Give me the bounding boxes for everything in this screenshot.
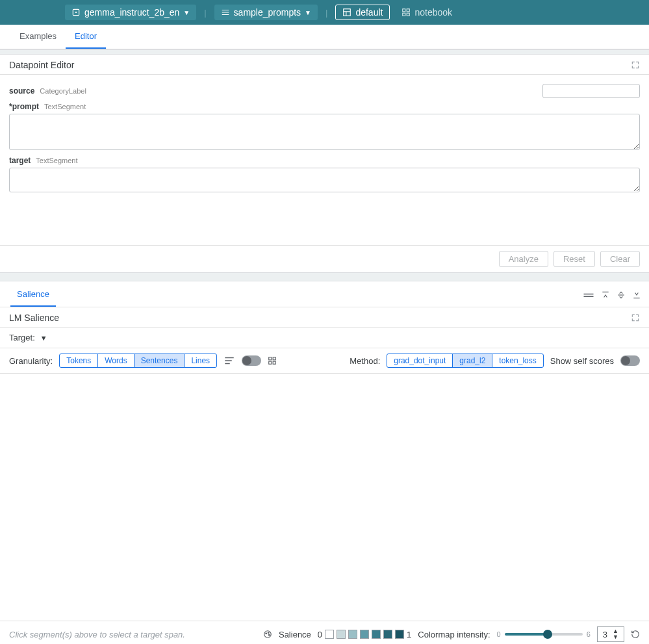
topbar: gemma_instruct_2b_en ▼ | sample_prompts … bbox=[0, 0, 649, 25]
density-toggle[interactable] bbox=[242, 355, 261, 366]
field-source-label: source bbox=[9, 86, 34, 96]
field-source-row: source CategoryLabel bbox=[9, 84, 640, 98]
method-label: Method: bbox=[350, 356, 380, 366]
granularity-lines[interactable]: Lines bbox=[184, 354, 217, 368]
hint-text: Click segment(s) above to select a targe… bbox=[9, 630, 185, 639]
datapoint-editor-footer: Analyze Reset Clear bbox=[0, 245, 649, 272]
svg-rect-18 bbox=[273, 357, 275, 360]
datapoint-editor-header: Datapoint Editor bbox=[0, 55, 649, 75]
self-scores-label: Show self scores bbox=[550, 356, 614, 366]
salience-tabrow: Salience bbox=[0, 281, 649, 307]
chip-icon bbox=[71, 8, 81, 17]
slider-max: 6 bbox=[587, 630, 591, 638]
model-select[interactable]: gemma_instruct_2b_en ▼ bbox=[65, 5, 196, 20]
analyze-button[interactable]: Analyze bbox=[499, 251, 548, 267]
reset-icon[interactable] bbox=[631, 630, 640, 639]
slider-min: 0 bbox=[497, 630, 501, 638]
colormap-slider[interactable] bbox=[505, 633, 583, 636]
dataset-select[interactable]: sample_prompts ▼ bbox=[214, 5, 318, 20]
target-row: Target: ▼ bbox=[0, 328, 649, 348]
legend-swatch bbox=[360, 630, 369, 639]
slider-thumb[interactable] bbox=[543, 630, 552, 639]
layout-notebook-button[interactable]: notebook bbox=[395, 5, 459, 20]
svg-point-24 bbox=[268, 634, 270, 636]
dataset-label: sample_prompts bbox=[234, 7, 301, 18]
field-target-label: target bbox=[9, 156, 31, 165]
layout-default-button[interactable]: default bbox=[335, 5, 390, 20]
field-prompt-label: *prompt bbox=[9, 102, 39, 111]
fullscreen-icon[interactable] bbox=[631, 313, 640, 322]
granularity-tokens[interactable]: Tokens bbox=[59, 354, 98, 368]
granularity-label: Granularity: bbox=[9, 356, 53, 366]
grid-view-icon[interactable] bbox=[268, 356, 277, 365]
layout-label: default bbox=[355, 7, 383, 18]
tab-salience[interactable]: Salience bbox=[10, 283, 56, 307]
colormap-numbox[interactable]: 3 ▲▼ bbox=[597, 626, 624, 642]
notebook-label: notebook bbox=[414, 7, 452, 18]
divider: | bbox=[201, 8, 209, 18]
drag-handle-icon[interactable] bbox=[583, 290, 594, 300]
list-icon bbox=[221, 8, 230, 17]
svg-point-21 bbox=[264, 631, 272, 638]
svg-rect-20 bbox=[273, 361, 275, 364]
target-dropdown[interactable]: ▼ bbox=[40, 334, 47, 342]
legend-max: 1 bbox=[407, 630, 411, 639]
grid-icon bbox=[401, 8, 411, 17]
svg-point-22 bbox=[266, 633, 267, 634]
salience-legend-label: Salience bbox=[279, 630, 311, 639]
svg-point-23 bbox=[268, 632, 269, 634]
numbox-spinner[interactable]: ▲▼ bbox=[613, 628, 618, 640]
controls-row: Granularity: Tokens Words Sentences Line… bbox=[0, 348, 649, 374]
lm-salience-title: LM Salience bbox=[9, 313, 59, 323]
field-target-input[interactable] bbox=[9, 168, 640, 192]
field-target-type: TextSegment bbox=[36, 157, 77, 164]
field-prompt-input[interactable] bbox=[9, 114, 640, 150]
top-tabs: Examples Editor bbox=[0, 25, 649, 49]
center-icon[interactable] bbox=[617, 290, 626, 300]
svg-rect-7 bbox=[403, 13, 405, 16]
reset-button[interactable]: Reset bbox=[554, 251, 595, 267]
method-grad-l2[interactable]: grad_l2 bbox=[452, 354, 492, 368]
legend-swatch bbox=[325, 630, 334, 639]
tab-examples[interactable]: Examples bbox=[10, 25, 66, 49]
field-prompt-row: *prompt TextSegment bbox=[9, 102, 640, 111]
density-icon[interactable] bbox=[223, 356, 235, 365]
svg-rect-5 bbox=[403, 9, 405, 12]
field-source-input[interactable] bbox=[542, 84, 640, 98]
svg-rect-2 bbox=[344, 9, 351, 16]
granularity-group: Tokens Words Sentences Lines bbox=[59, 354, 217, 368]
salience-legend: 0 1 bbox=[318, 630, 411, 639]
granularity-sentences[interactable]: Sentences bbox=[134, 354, 185, 368]
collapse-down-icon[interactable] bbox=[632, 290, 641, 300]
datapoint-editor-title: Datapoint Editor bbox=[9, 60, 74, 70]
lm-salience-header: LM Salience bbox=[0, 307, 649, 328]
tab-editor[interactable]: Editor bbox=[66, 25, 106, 49]
colormap-label: Colormap intensity: bbox=[418, 630, 490, 639]
method-group: grad_dot_input grad_l2 token_loss bbox=[387, 354, 543, 368]
caret-down-icon: ▼ bbox=[183, 9, 190, 16]
legend-swatch bbox=[383, 630, 392, 639]
svg-rect-8 bbox=[407, 13, 410, 16]
gap bbox=[0, 272, 649, 281]
target-label: Target: bbox=[9, 333, 35, 342]
svg-point-1 bbox=[75, 12, 77, 13]
fullscreen-icon[interactable] bbox=[631, 60, 640, 70]
model-label: gemma_instruct_2b_en bbox=[84, 7, 179, 18]
field-target-row: target TextSegment bbox=[9, 156, 640, 165]
svg-rect-17 bbox=[269, 357, 272, 360]
caret-down-icon: ▼ bbox=[305, 9, 311, 16]
granularity-words[interactable]: Words bbox=[97, 354, 134, 368]
method-grad-dot-input[interactable]: grad_dot_input bbox=[387, 354, 453, 368]
collapse-up-icon[interactable] bbox=[601, 290, 610, 300]
clear-button[interactable]: Clear bbox=[600, 251, 640, 267]
bottom-bar: Click segment(s) above to select a targe… bbox=[0, 621, 649, 644]
legend-swatch bbox=[348, 630, 357, 639]
field-source-type: CategoryLabel bbox=[40, 87, 86, 95]
colormap-slider-wrap: 0 6 bbox=[497, 630, 591, 638]
palette-icon bbox=[263, 630, 272, 639]
legend-swatch bbox=[337, 630, 346, 639]
self-scores-toggle[interactable] bbox=[620, 355, 640, 366]
datapoint-editor-body: source CategoryLabel *prompt TextSegment… bbox=[0, 75, 649, 200]
method-token-loss[interactable]: token_loss bbox=[492, 354, 543, 368]
gap bbox=[0, 49, 649, 55]
